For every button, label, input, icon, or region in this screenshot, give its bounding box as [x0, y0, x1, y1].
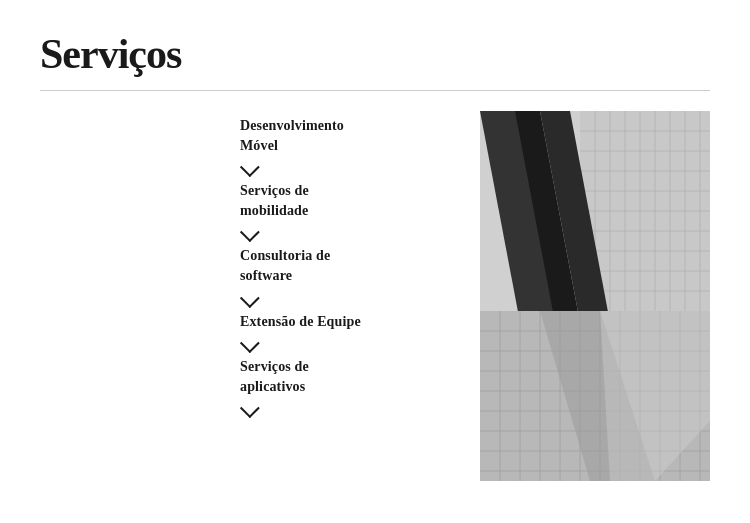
service-item-desenvolvimento-movel: DesenvolvimentoMóvel: [240, 116, 460, 179]
chevron-down-icon: [240, 292, 258, 302]
chevron-down-icon: [240, 402, 258, 412]
chevron-button-servicos-aplicativos[interactable]: [240, 400, 258, 420]
chevron-down-icon: [240, 161, 258, 171]
service-item-consultoria-software: Consultoria desoftware: [240, 246, 460, 309]
chevron-down-icon: [240, 337, 258, 347]
chevron-button-desenvolvimento-movel[interactable]: [240, 159, 258, 179]
chevron-button-extensao-equipe[interactable]: [240, 335, 258, 355]
chevron-button-consultoria-software[interactable]: [240, 290, 258, 310]
service-label-extensao-equipe: Extensão de Equipe: [240, 312, 361, 332]
service-label-desenvolvimento-movel: DesenvolvimentoMóvel: [240, 116, 344, 155]
service-item-servicos-mobilidade: Serviços demobilidade: [240, 181, 460, 244]
building-image: [480, 111, 710, 481]
page-container: Serviços DesenvolvimentoMóvelServiços de…: [0, 0, 750, 523]
service-label-servicos-mobilidade: Serviços demobilidade: [240, 181, 309, 220]
services-list: DesenvolvimentoMóvelServiços demobilidad…: [240, 111, 460, 422]
content-area: DesenvolvimentoMóvelServiços demobilidad…: [40, 111, 710, 481]
service-item-servicos-aplicativos: Serviços deaplicativos: [240, 357, 460, 420]
chevron-down-icon: [240, 226, 258, 236]
page-title: Serviços: [40, 30, 710, 78]
service-label-consultoria-software: Consultoria desoftware: [240, 246, 330, 285]
service-item-extensao-equipe: Extensão de Equipe: [240, 312, 460, 356]
service-label-servicos-aplicativos: Serviços deaplicativos: [240, 357, 309, 396]
section-divider: [40, 90, 710, 91]
chevron-button-servicos-mobilidade[interactable]: [240, 224, 258, 244]
building-image-container: [480, 111, 710, 481]
